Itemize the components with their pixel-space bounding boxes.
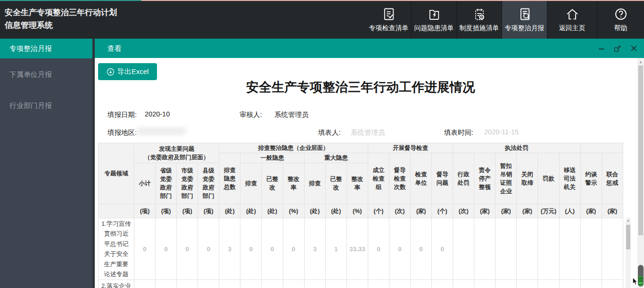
header-cell: 排查	[304, 163, 325, 204]
row-label-cell: 1.学习宣传贯彻习近平总书记关于安全生产重要论述专题	[99, 218, 134, 280]
page-scrollbar-up-icon[interactable]: ▲	[637, 60, 644, 64]
tab-view[interactable]: 查看	[107, 39, 122, 58]
value-cell	[602, 280, 623, 288]
value-cell	[517, 280, 538, 288]
value-cell	[559, 218, 580, 280]
header-cell: 排查整治隐患（企业层面）	[219, 143, 368, 153]
value-cell: 0	[240, 218, 262, 280]
close-button[interactable]	[629, 44, 638, 53]
value-cell: 0	[134, 218, 156, 280]
scroll-indicator-widget[interactable]	[638, 265, 644, 287]
close-icon	[630, 45, 637, 52]
header-cell: 成立检查组	[368, 153, 389, 204]
minimize-icon	[598, 45, 605, 52]
table-units-row: (项)(项)(项)(项)(处)(处)(处)(%)(处)(处)(%)(个)(次)(…	[99, 204, 623, 218]
sidebar-item-subordinate-unit-monthly[interactable]: 下属单位月报	[0, 65, 92, 84]
table-row: 1.学习宣传贯彻习近平总书记关于安全生产重要论述专题000030003133.3…	[99, 218, 623, 280]
value-cell	[177, 280, 198, 288]
unit-cell: (家)	[495, 204, 517, 218]
value-cell	[134, 280, 156, 288]
value-cell: 0	[368, 218, 389, 280]
header-cell: 排查隐患总数	[219, 153, 240, 204]
table-header-row: 专题领域发现主要问题（党委政府及部门层面）排查整治隐患（企业层面）开展督导检查执…	[99, 143, 623, 153]
header-cell: 罚款	[538, 153, 559, 204]
table-head: 专题领域发现主要问题（党委政府及部门层面）排查整治隐患（企业层面）开展督导检查执…	[99, 143, 623, 218]
value-cell	[389, 280, 410, 288]
maximize-icon	[613, 44, 622, 53]
checklist-icon	[382, 6, 396, 22]
header-cell: 督导问题	[432, 153, 453, 204]
export-excel-label: 导出Excel	[117, 67, 149, 76]
export-excel-button[interactable]: 导出Excel	[98, 63, 157, 80]
value-cell: 0	[177, 218, 198, 280]
header-cell: 约谈警示	[580, 153, 602, 204]
header-cell: 开展督导检查	[368, 143, 453, 153]
value-cell	[411, 280, 432, 288]
unit-cell: (项)	[198, 204, 219, 218]
nav-item-help[interactable]: 帮助	[597, 0, 644, 39]
value-cell	[283, 280, 304, 288]
value-cell	[156, 280, 177, 288]
header-cell: 发现主要问题（党委政府及部门层面）	[134, 143, 219, 163]
maximize-button[interactable]	[613, 44, 622, 53]
nav-item-label: 专项整治月报	[505, 24, 545, 33]
value-cell	[495, 218, 517, 280]
sidebar-item-industry-dept-monthly[interactable]: 行业部门月报	[0, 96, 92, 115]
value-cell: 0	[198, 218, 219, 280]
mouse-cursor	[632, 278, 638, 287]
unit-cell: (处)	[325, 204, 347, 218]
page-scrollbar[interactable]: ▲	[637, 58, 644, 288]
sidebar: 专项整治月报下属单位月报行业部门月报	[0, 39, 92, 288]
window-controls	[597, 39, 638, 58]
value-cell	[453, 280, 474, 288]
reviewer-label: 审核人:	[239, 110, 262, 119]
value-cell	[495, 280, 517, 288]
value-cell	[474, 280, 495, 288]
nav-item-problem-hazard-list[interactable]: 问题隐患清单	[412, 0, 456, 39]
unit-cell: (次)	[453, 204, 474, 218]
value-cell: 3	[304, 218, 325, 280]
table-scrollbar-up-icon[interactable]: ▲	[626, 219, 631, 222]
header-cell: 暂扣吊销证照企业	[495, 153, 517, 204]
header-cell: 排查	[240, 163, 262, 204]
unit-cell: (项)	[134, 204, 156, 218]
value-cell: 0	[283, 218, 304, 280]
table-scrollbar[interactable]: ▲	[626, 218, 631, 288]
page-scrollbar-thumb[interactable]	[638, 66, 643, 235]
value-cell: 1	[325, 218, 347, 280]
unit-cell: (项)	[156, 204, 177, 218]
top-bar: 安全生产专项整治三年行动计划 信息管理系统 专项检查清单问题隐患清单制度措施清单…	[0, 0, 644, 39]
minimize-button[interactable]	[597, 44, 606, 53]
unit-cell: (万元)	[538, 204, 559, 218]
sidebar-item-special-monthly-report[interactable]: 专项整治月报	[0, 39, 92, 58]
value-cell: 0	[432, 218, 453, 280]
nav-item-label: 返回主页	[559, 24, 586, 33]
unit-cell	[99, 204, 134, 218]
value-cell	[517, 218, 538, 280]
header-cell: 小计	[134, 163, 156, 204]
app-title-line2: 信息管理系统	[5, 19, 117, 32]
unit-cell: (个)	[432, 204, 453, 218]
value-cell	[432, 280, 453, 288]
header-cell: 联合惩戒	[602, 153, 623, 204]
nav-item-monthly-report[interactable]: 专项整治月报	[502, 0, 547, 39]
unit-cell: (%)	[347, 204, 368, 218]
header-cell	[580, 143, 623, 153]
nav-item-home[interactable]: 返回主页	[547, 0, 597, 39]
header-cell: 专题领域	[99, 143, 134, 204]
report-search-icon	[518, 6, 532, 22]
unit-cell: (家)	[474, 204, 495, 218]
unit-cell: (项)	[177, 204, 198, 218]
header-cell: 督导检查次数	[389, 153, 410, 204]
value-cell	[219, 280, 240, 288]
value-cell: 0	[262, 218, 283, 280]
table-scrollbar-thumb[interactable]	[626, 225, 630, 249]
value-cell	[262, 280, 283, 288]
report-table: 专题领域发现主要问题（党委政府及部门层面）排查整治隐患（企业层面）开展督导检查执…	[98, 143, 623, 288]
scroll-indicator-stripes	[638, 276, 643, 286]
value-cell: 0	[389, 218, 410, 280]
nav-item-special-check-list[interactable]: 专项检查清单	[366, 0, 411, 39]
nav-item-measures-list[interactable]: 制度措施清单	[457, 0, 502, 39]
value-cell: 0	[156, 218, 177, 280]
region-label: 填报地区:	[107, 128, 137, 137]
